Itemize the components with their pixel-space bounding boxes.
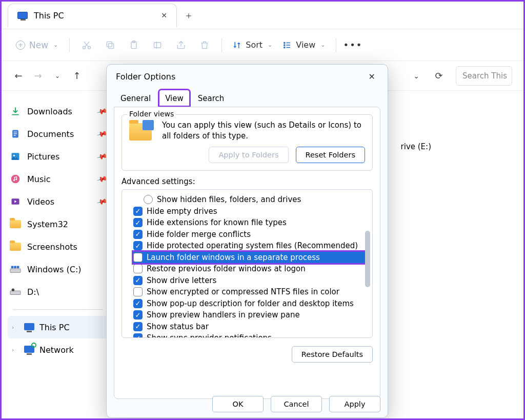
checkbox-icon[interactable] [133,333,143,338]
advanced-option[interactable]: Show sync provider notifications [133,332,368,338]
ok-button[interactable]: OK [212,396,264,412]
advanced-option[interactable]: Restore previous folder windows at logon [133,263,368,275]
checkbox-icon[interactable] [133,276,143,285]
net-icon [24,345,34,355]
checkbox-icon[interactable] [133,253,143,262]
checkbox-icon[interactable] [133,207,143,216]
delete-button[interactable] [194,35,215,55]
advanced-option[interactable]: Show status bar [133,321,368,333]
advanced-option[interactable]: Launch folder windows in a separate proc… [133,252,368,264]
sort-label: Sort [246,40,262,50]
sidebar-item-label: Windows (C:) [27,265,82,274]
address-dropdown[interactable]: ⌄ [411,70,422,82]
paste-button[interactable] [123,35,145,55]
more-button[interactable]: ••• [342,35,364,55]
svg-rect-12 [14,133,17,134]
view-button[interactable]: View ⌄ [278,40,329,50]
cancel-button[interactable]: Cancel [271,396,322,412]
tab-title: This PC [34,11,64,21]
checkbox-icon[interactable] [133,230,143,239]
svg-point-15 [13,155,15,156]
tree-item-network[interactable]: ›Network [10,338,106,361]
checkbox-icon[interactable] [133,218,143,227]
tree-item-label: This PC [39,323,70,332]
sidebar-item-system32[interactable]: System32 [10,213,106,235]
scrollbar-thumb[interactable] [365,231,370,287]
video-icon [10,196,21,207]
restore-defaults-button[interactable]: Restore Defaults [292,346,373,363]
option-label: Show sync provider notifications [147,332,272,338]
checkbox-icon[interactable] [133,310,143,319]
pic-icon [10,151,21,162]
advanced-option[interactable]: Show pop-up description for folder and d… [133,298,368,310]
chevron-down-icon: ⌄ [268,42,272,48]
chevron-right-icon[interactable]: › [12,324,19,331]
separator [336,38,336,52]
dialog-tab-view[interactable]: View [158,89,190,107]
option-label: Hide protected operating system files (R… [147,240,358,252]
separator [221,38,222,52]
advanced-option[interactable]: Hide protected operating system files (R… [133,240,368,252]
advanced-settings-list[interactable]: Show hidden files, folders, and drivesHi… [122,189,373,338]
close-icon[interactable]: ✕ [161,11,167,19]
sidebar-item-screenshots[interactable]: Screenshots [10,235,106,258]
svg-rect-2 [109,43,114,48]
sidebar: Downloads📌Documents📌Pictures📌Music📌Video… [2,91,109,418]
radio-icon[interactable] [144,195,153,204]
apply-button[interactable]: Apply [329,396,380,412]
drive-d-icon [10,286,21,297]
svg-rect-13 [14,135,16,136]
tree-item-label: Network [39,345,74,355]
dialog-tab-general[interactable]: General [114,89,157,107]
checkbox-icon[interactable] [133,287,143,296]
new-button[interactable]: + New ⌄ [11,35,63,55]
advanced-option[interactable]: Show drive letters [133,275,368,287]
dialog-tab-search[interactable]: Search [191,89,231,107]
apply-to-folders-button[interactable]: Apply to Folders [209,147,288,163]
history-dropdown[interactable]: ⌄ [52,70,63,82]
advanced-option[interactable]: Hide empty drives [133,206,368,217]
advanced-option[interactable]: Show encrypted or compressed NTFS files … [133,286,368,298]
svg-rect-20 [10,269,21,272]
advanced-option[interactable]: Show hidden files, folders, and drives [133,194,368,206]
sidebar-item-music[interactable]: Music📌 [10,168,106,190]
share-button[interactable] [170,35,192,55]
chevron-right-icon[interactable]: › [12,347,19,353]
sidebar-item-downloads[interactable]: Downloads📌 [10,100,106,123]
refresh-button[interactable]: ⟳ [433,70,445,82]
search-input[interactable]: Search This [456,66,512,86]
sidebar-item-d-[interactable]: D:\ [10,281,106,303]
new-tab-button[interactable]: ＋ [177,4,200,27]
up-button[interactable]: ↑ [71,70,83,82]
checkbox-icon[interactable] [133,299,143,308]
sidebar-item-pictures[interactable]: Pictures📌 [10,145,106,168]
sidebar-item-documents[interactable]: Documents📌 [10,123,106,145]
forward-button[interactable]: → [32,70,44,82]
sidebar-item-windows-c-[interactable]: Windows (C:) [10,258,106,281]
checkbox-icon[interactable] [133,241,143,250]
checkbox-icon[interactable] [133,264,143,273]
svg-rect-3 [107,42,112,47]
option-label: Show status bar [147,321,209,333]
tree-item-this-pc[interactable]: ›This PC [8,316,108,338]
music-icon [10,173,21,185]
advanced-option[interactable]: Hide extensions for known file types [133,217,368,229]
folder-view-icon [129,120,155,141]
option-label: Show preview handlers in preview pane [147,309,300,321]
svg-rect-24 [10,291,21,294]
rename-button[interactable] [147,35,168,55]
back-button[interactable]: ← [13,70,24,82]
dialog-tabs: GeneralViewSearch [107,88,388,107]
tab-this-pc[interactable]: This PC ✕ [8,4,177,27]
option-label: Hide empty drives [147,206,217,217]
copy-button[interactable] [99,35,121,55]
advanced-option[interactable]: Hide folder merge conflicts [133,229,368,241]
cut-button[interactable] [76,35,97,55]
reset-folders-button[interactable]: Reset Folders [296,147,365,163]
sidebar-item-videos[interactable]: Videos📌 [10,190,106,213]
advanced-option[interactable]: Show preview handlers in preview pane [133,309,368,321]
sort-button[interactable]: Sort ⌄ [228,40,276,50]
dialog-close-button[interactable]: ✕ [366,69,378,85]
svg-rect-22 [14,266,16,269]
checkbox-icon[interactable] [133,322,143,331]
